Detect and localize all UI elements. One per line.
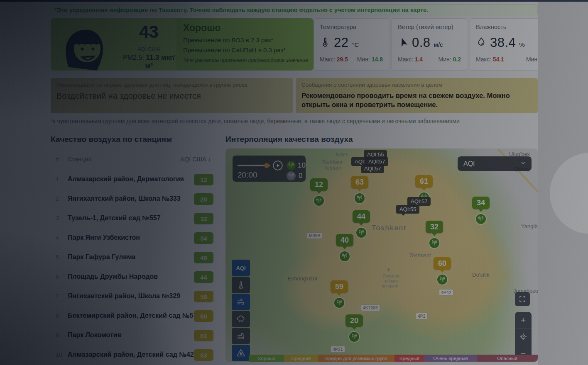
- online-stations-icon: [287, 161, 296, 170]
- station-row[interactable]: 10Алмазарский район, Детский сад №42363: [51, 346, 213, 365]
- aqi-tooltip: AQI:57: [407, 197, 431, 206]
- thermometer-icon: [236, 280, 245, 290]
- aqi-status: Хорошо: [183, 22, 314, 34]
- station-row[interactable]: 4Парк Янги Узбекистон34: [51, 229, 213, 248]
- fullscreen-button[interactable]: [515, 292, 530, 306]
- station-row[interactable]: 8Бектемирский район, Детский сад №57860: [51, 307, 213, 326]
- emissions-layer-button[interactable]: [232, 328, 250, 344]
- temperature-title: Температура: [320, 24, 383, 30]
- legend-item: Опасный: [477, 355, 538, 362]
- marker-pointer: [440, 270, 445, 273]
- precipitation-layer-button[interactable]: [232, 311, 250, 327]
- weather-cards: Температура 22 °C Макс: 29.5 Мин: 14.8 В…: [314, 18, 538, 71]
- marker-value: 44: [353, 210, 370, 223]
- humidity-value: 38.4: [490, 35, 516, 50]
- aqi-tooltip: AQI:57: [361, 164, 384, 173]
- aqi-summary-card: 43 AQI США PM2.5: 11.3 мкг/м³ Хорошо Пре…: [51, 18, 314, 71]
- station-row[interactable]: 1Алмазарский район, Дерматология12: [51, 170, 213, 190]
- fire-layer-button[interactable]: [232, 345, 250, 361]
- who-link[interactable]: ВОЗ: [231, 36, 244, 44]
- wind-min: Мин: 0.2: [439, 56, 461, 63]
- stations-section-title: Качество воздуха по станциям: [51, 135, 172, 144]
- station-antenna-icon: [348, 331, 360, 343]
- map-marker[interactable]: 34: [472, 197, 490, 225]
- marker-value: 60: [434, 257, 451, 270]
- legend-item: Очень вредный: [424, 355, 477, 362]
- locate-button[interactable]: [515, 328, 532, 345]
- station-row[interactable]: 5Парк Гафура Гуляма40: [51, 248, 213, 268]
- map-marker[interactable]: 32: [426, 221, 443, 249]
- station-number: 6: [56, 273, 59, 280]
- station-aqi-badge: 60: [194, 310, 213, 322]
- humidity-card: Влажность 38.4 % Макс: 54.1 Мин:: [470, 18, 538, 71]
- wind-arrow-icon: [398, 36, 409, 49]
- station-row[interactable]: 6Площадь Дружбы Народов44: [51, 268, 213, 287]
- map-marker[interactable]: 12: [310, 178, 328, 207]
- thermometer-icon: [320, 36, 331, 49]
- map-place-label: xalqaro: [384, 279, 398, 283]
- aqi-status-block: Хорошо Превышение по ВОЗ в 2.3 раз* Прев…: [176, 18, 314, 71]
- legend-item: Вредно для уязвимых групп: [318, 355, 394, 362]
- sanpin-link[interactable]: СаНПиН: [231, 46, 256, 54]
- legend-item: Вредный: [394, 355, 424, 362]
- top-strip: [0, 0, 588, 2]
- station-row[interactable]: 7Янгихаетский район, Школа №32959: [51, 287, 213, 307]
- station-name: Бектемирский район, Детский сад №578: [68, 312, 201, 319]
- station-antenna-icon: [354, 192, 365, 204]
- map-marker[interactable]: 59: [331, 280, 348, 309]
- temperature-value: 22: [334, 35, 348, 50]
- station-name: Парк Янги Узбекистон: [68, 234, 140, 241]
- time-slider-thumb[interactable]: [264, 163, 269, 168]
- station-antenna-icon: [429, 237, 440, 249]
- station-row[interactable]: 3Тузель-1, Детский сад №55732: [51, 209, 213, 229]
- sanpin-exceedance-line: Превышение по СаНПиН в 0.3 раз*: [183, 46, 314, 54]
- timeline-time: 20:00: [238, 170, 257, 180]
- offline-stations-icon: [287, 171, 296, 180]
- station-aqi-badge: 32: [194, 213, 213, 224]
- map-marker[interactable]: 63: [351, 176, 368, 204]
- map-place-label: Yangibo: [521, 223, 538, 229]
- marker-value: 32: [426, 221, 443, 233]
- layer-dropdown[interactable]: AQI: [458, 156, 532, 171]
- fire-icon: [236, 348, 246, 358]
- aqi-layer-button[interactable]: AQI: [232, 260, 250, 276]
- temperature-layer-button[interactable]: [232, 277, 250, 293]
- time-slider[interactable]: [238, 165, 270, 166]
- temperature-card: Температура 22 °C Макс: 29.5 Мин: 14.8: [314, 18, 389, 71]
- who-prefix: Превышение по: [183, 36, 231, 44]
- station-aqi-badge: 63: [194, 349, 213, 361]
- public-advisory-body: Рекомендовано проводить время на свежем …: [301, 91, 532, 110]
- map-marker[interactable]: 44: [353, 210, 370, 238]
- map-place-label: Toshkent: [321, 159, 342, 165]
- public-advisory-title: Сообщения о состоянии здоровья населения…: [301, 82, 532, 88]
- aqi-avatar: [51, 18, 121, 71]
- wind-layer-button[interactable]: [232, 294, 250, 310]
- station-antenna-icon: [436, 274, 448, 285]
- sanpin-suffix: в 0.3 раз*: [257, 46, 286, 54]
- aqi-value: 43: [121, 22, 176, 41]
- col-aqi-sort[interactable]: AQI США ↓: [180, 156, 211, 163]
- station-row[interactable]: 2Янгихаятский район, Школа №33320: [51, 190, 213, 209]
- risk-advisory-body: Воздействий на здоровье не имеется: [56, 91, 287, 101]
- marker-value: 34: [472, 197, 490, 209]
- station-name: Парк Локомотив: [68, 331, 122, 339]
- station-rows: 1Алмазарский район, Дерматология122Янгих…: [51, 170, 213, 365]
- map-section-title: Интерполяция качества воздуха: [225, 135, 353, 144]
- map-marker[interactable]: 20: [345, 314, 363, 343]
- play-button[interactable]: [272, 160, 283, 171]
- aqi-footnote: *для расчетов применено среднегодовое зн…: [183, 57, 314, 63]
- station-row[interactable]: 9Парк Локомотив61: [51, 326, 213, 346]
- station-name: Янгихаятский район, Школа №333: [68, 195, 181, 202]
- station-aqi-badge: 59: [194, 291, 213, 302]
- air-quality-map[interactable]: KelesToshkentTumaniUlug'bekQibrayYangibo…: [225, 148, 538, 362]
- temperature-max: Макс: 29.5: [320, 56, 348, 63]
- who-exceedance-line: Превышение по ВОЗ в 2.3 раз*: [183, 36, 314, 44]
- station-antenna-icon: [313, 195, 325, 207]
- temperature-min: Мин: 14.8: [357, 56, 383, 63]
- station-name: Площадь Дружбы Народов: [68, 273, 158, 280]
- zoom-in-button[interactable]: +: [515, 312, 532, 328]
- map-marker[interactable]: 60: [434, 257, 451, 285]
- map-marker[interactable]: 40: [336, 234, 353, 262]
- humidity-min: Мин:: [526, 56, 538, 63]
- sensitive-groups-note: *к чувствительным группам для всех катег…: [51, 118, 460, 124]
